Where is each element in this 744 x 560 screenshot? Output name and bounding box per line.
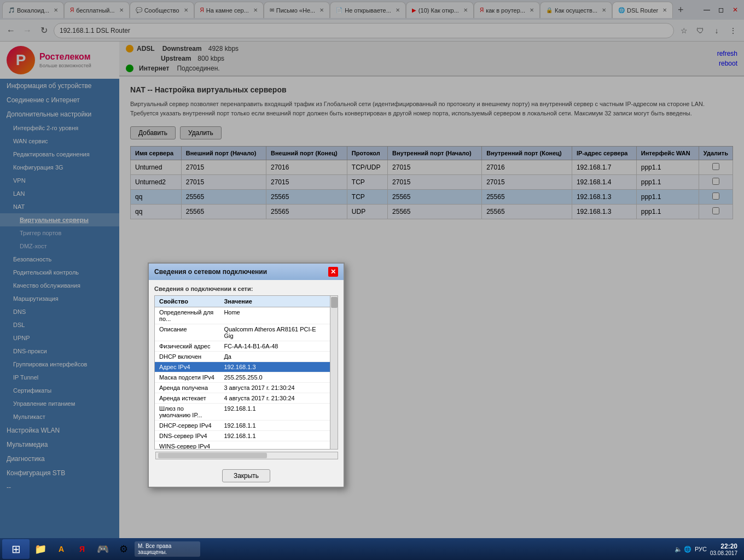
taskbar-steam[interactable]: 🎮 (93, 539, 113, 559)
modal-overlay (0, 0, 744, 560)
modal-cell-property: DHCP-сервер IPv4 (155, 421, 219, 431)
modal-cell-property: Определенный для по... (155, 307, 219, 324)
modal-cell-property: DNS-сервер IPv4 (155, 431, 219, 441)
clock-date: 03.08.2017 (710, 550, 737, 556)
modal-cell-property: Маска подсети IPv4 (155, 372, 219, 383)
modal-table-row[interactable]: Описание Qualcomm Atheros AR8161 PCI-E G… (155, 324, 330, 341)
taskbar-browser1[interactable]: A (51, 539, 71, 559)
modal-cell-value (219, 441, 330, 450)
start-button[interactable]: ⊞ (2, 539, 30, 559)
modal-cell-value: 192.168.1.1 (219, 404, 330, 421)
modal-cell-value: 255.255.255.0 (219, 372, 330, 383)
taskbar-clock: 22:20 03.08.2017 (710, 542, 742, 556)
modal-title-bar: Сведения о сетевом подключении ✕ (149, 264, 344, 280)
taskbar: ⊞ 📁 A Я 🎮 ⚙ М. Все права защищены. 🔈 🌐 Р… (0, 538, 744, 560)
modal-table-row[interactable]: Физический адрес FC-AA-14-B1-6A-48 (155, 341, 330, 352)
taskbar-settings[interactable]: ⚙ (114, 539, 133, 559)
modal-table-container: Свойство Значение Определенный для по...… (154, 295, 338, 450)
tray-icons: 🔈 🌐 (675, 546, 691, 553)
modal-cell-value: 192.168.1.3 (219, 362, 330, 372)
taskbar-tray: 🔈 🌐 РУС 22:20 03.08.2017 (675, 542, 742, 556)
modal-hscrollbar (154, 452, 338, 459)
modal-title: Сведения о сетевом подключении (154, 268, 267, 276)
modal-table-row[interactable]: Аренда получена 3 августа 2017 г. 21:30:… (155, 383, 330, 393)
tray-lang: РУС (695, 546, 707, 552)
modal-cell-value: 192.168.1.1 (219, 421, 330, 431)
modal-cell-property: Шлюз по умолчанию IP... (155, 404, 219, 421)
modal-table: Свойство Значение Определенный для по...… (155, 296, 330, 449)
modal-cell-value: Да (219, 352, 330, 362)
h-scroll-thumb (158, 453, 267, 458)
modal-cell-value: 3 августа 2017 г. 21:30:24 (219, 383, 330, 393)
modal-table-row[interactable]: Маска подсети IPv4 255.255.255.0 (155, 372, 330, 383)
modal-col-value: Значение (219, 296, 330, 307)
modal-table-row[interactable]: Определенный для по... Home (155, 307, 330, 324)
modal-table-row[interactable]: Шлюз по умолчанию IP... 192.168.1.1 (155, 404, 330, 421)
modal-cell-value: FC-AA-14-B1-6A-48 (219, 341, 330, 352)
modal-table-row[interactable]: DNS-сервер IPv4 192.168.1.1 (155, 431, 330, 441)
network-info-modal: Сведения о сетевом подключении ✕ Сведени… (148, 262, 345, 488)
modal-cell-property: Адрес IPv4 (155, 362, 219, 372)
modal-table-row[interactable]: Адрес IPv4 192.168.1.3 (155, 362, 330, 372)
modal-close-button[interactable]: ✕ (328, 267, 338, 277)
modal-header-row: Свойство Значение (155, 296, 330, 307)
modal-cell-property: Аренда получена (155, 383, 219, 393)
modal-table-row[interactable]: DHCP включен Да (155, 352, 330, 362)
modal-cell-property: Физический адрес (155, 341, 219, 352)
modal-cell-value: 192.168.1.1 (219, 431, 330, 441)
modal-table-row[interactable]: DHCP-сервер IPv4 192.168.1.1 (155, 421, 330, 431)
modal-cell-property: Описание (155, 324, 219, 341)
modal-table-row[interactable]: Аренда истекает 4 августа 2017 г. 21:30:… (155, 393, 330, 404)
modal-table-wrapper[interactable]: Свойство Значение Определенный для по...… (155, 296, 330, 449)
modal-body: Сведения о подключении к сети: Свойство … (149, 280, 344, 465)
taskbar-active-window[interactable]: М. Все права защищены. (135, 541, 200, 557)
scroll-thumb (331, 297, 338, 308)
modal-scrollbar[interactable] (330, 296, 338, 449)
clock-time: 22:20 (710, 542, 737, 550)
taskbar-file-explorer[interactable]: 📁 (31, 539, 50, 559)
modal-table-row[interactable]: WINS-сервер IPv4 (155, 441, 330, 450)
modal-subtitle: Сведения о подключении к сети: (154, 285, 338, 292)
h-scrollbar[interactable] (155, 452, 338, 459)
taskbar-yandex[interactable]: Я (72, 539, 92, 559)
modal-cell-value: Home (219, 307, 330, 324)
modal-cell-property: WINS-сервер IPv4 (155, 441, 219, 450)
modal-cell-property: DHCP включен (155, 352, 219, 362)
modal-cell-value: Qualcomm Atheros AR8161 PCI-E Gig (219, 324, 330, 341)
modal-col-property: Свойство (155, 296, 219, 307)
modal-cell-property: Аренда истекает (155, 393, 219, 404)
modal-cell-value: 4 августа 2017 г. 21:30:24 (219, 393, 330, 404)
modal-close-btn[interactable]: Закрыть (222, 469, 270, 482)
modal-footer: Закрыть (149, 465, 344, 487)
